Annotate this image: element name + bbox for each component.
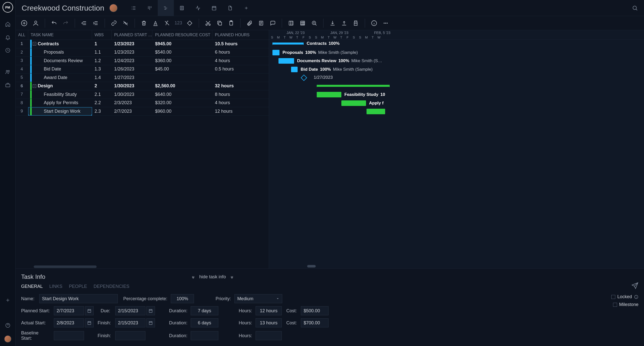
- export-button[interactable]: [340, 19, 348, 27]
- more-button[interactable]: [382, 19, 390, 27]
- tab-dependencies[interactable]: DEPENDENCIES: [94, 284, 129, 289]
- paste-button[interactable]: [227, 19, 235, 27]
- tab-people[interactable]: PEOPLE: [69, 284, 87, 289]
- add-view-tab[interactable]: [238, 0, 254, 16]
- name-input[interactable]: [39, 294, 118, 303]
- import-button[interactable]: [329, 19, 337, 27]
- project-avatar[interactable]: [109, 4, 117, 12]
- col-cost[interactable]: PLANNED RESOURCE COST: [152, 30, 212, 40]
- table-row[interactable]: 9 Start Design Work 2.3 2/7/2023 $960.00…: [16, 107, 269, 116]
- gantt-bar[interactable]: Feasibility Study 10: [317, 92, 341, 97]
- calendar-icon[interactable]: [85, 318, 94, 327]
- baseline-finish-input[interactable]: [115, 331, 145, 340]
- diamond-icon[interactable]: [186, 19, 194, 27]
- gantt-bar[interactable]: [317, 85, 390, 87]
- text-style-button[interactable]: [151, 19, 159, 27]
- actual-duration-input[interactable]: [191, 318, 218, 327]
- gantt-bar[interactable]: Documents Review 100% Mike Smith (S…: [278, 58, 294, 64]
- due-input[interactable]: [115, 306, 145, 315]
- add-task-button[interactable]: [20, 19, 28, 27]
- undo-button[interactable]: [50, 19, 58, 27]
- gantt-h-scroll[interactable]: [269, 265, 644, 267]
- table-row[interactable]: 4 Bid Date 1.3 1/26/2023 $45.00 0.5 hour…: [16, 65, 269, 74]
- table-row[interactable]: 8 Apply for Permits 2.2 2/3/2023 $320.00…: [16, 99, 269, 107]
- indent-button[interactable]: [92, 19, 100, 27]
- baseline-duration-input[interactable]: [191, 331, 218, 340]
- table-row[interactable]: 5 Award Date 1.4 1/27/2023: [16, 73, 269, 82]
- gantt-milestone[interactable]: [301, 74, 307, 81]
- outdent-button[interactable]: [80, 19, 88, 27]
- cut-button[interactable]: [204, 19, 212, 27]
- info-button[interactable]: [370, 19, 378, 27]
- actual-cost-input[interactable]: [301, 318, 329, 327]
- calendar-icon[interactable]: [85, 306, 94, 315]
- gantt-view-tab[interactable]: [158, 0, 174, 16]
- planned-cost-input[interactable]: [301, 306, 329, 315]
- gantt-bar[interactable]: Bid Date 100% Mike Smith (Sample): [291, 67, 298, 72]
- columns-button[interactable]: [287, 19, 295, 27]
- col-all[interactable]: ALL: [16, 30, 28, 40]
- clear-format-button[interactable]: [163, 19, 171, 27]
- calendar-icon[interactable]: [146, 306, 155, 315]
- list-view-tab[interactable]: [126, 0, 142, 16]
- gantt-bar[interactable]: Proposals 100% Mike Smith (Sample): [272, 50, 279, 55]
- planned-hours-input[interactable]: [256, 306, 282, 315]
- comment-button[interactable]: [269, 19, 277, 27]
- help-icon[interactable]: [5, 322, 11, 328]
- finish-input[interactable]: [115, 318, 145, 327]
- home-icon[interactable]: [5, 21, 11, 27]
- add-icon[interactable]: [5, 297, 11, 303]
- grid-button[interactable]: [299, 19, 307, 27]
- actual-hours-input[interactable]: [256, 318, 282, 327]
- user-avatar-small[interactable]: [4, 335, 11, 342]
- table-row[interactable]: 6 −Design 2 1/30/2023 $2,560.00 32 hours: [16, 82, 269, 91]
- sheet-view-tab[interactable]: [174, 0, 190, 16]
- notifications-icon[interactable]: [5, 34, 11, 40]
- tab-general[interactable]: GENERAL: [21, 284, 43, 289]
- attachment-button[interactable]: [246, 19, 254, 27]
- gantt-bar[interactable]: Contracts 100%: [272, 43, 304, 45]
- col-start[interactable]: PLANNED START …: [112, 30, 153, 40]
- tab-links[interactable]: LINKS: [49, 284, 62, 289]
- locked-checkbox[interactable]: Locked: [611, 294, 638, 299]
- redo-button[interactable]: [62, 19, 70, 27]
- activity-view-tab[interactable]: [190, 0, 206, 16]
- search-icon[interactable]: [632, 5, 638, 11]
- grid-h-scroll[interactable]: [16, 265, 269, 268]
- baseline-start-input[interactable]: [54, 331, 84, 340]
- app-logo[interactable]: PM: [3, 2, 13, 13]
- note-button[interactable]: [257, 19, 265, 27]
- delete-button[interactable]: [140, 19, 148, 27]
- baseline-hours-input[interactable]: [256, 331, 282, 340]
- col-wbs[interactable]: WBS: [92, 30, 112, 40]
- planned-start-input[interactable]: [54, 306, 84, 315]
- calendar-icon[interactable]: [146, 318, 155, 327]
- calendar-view-tab[interactable]: [206, 0, 222, 16]
- link-button[interactable]: [110, 19, 118, 27]
- table-row[interactable]: 7 Feasibility Study 2.1 1/30/2023 $640.0…: [16, 90, 269, 99]
- actual-start-input[interactable]: [54, 318, 84, 327]
- copy-button[interactable]: [216, 19, 224, 27]
- planned-duration-input[interactable]: [191, 306, 218, 315]
- table-row[interactable]: 3 Documents Review 1.2 1/24/2023 $360.00…: [16, 57, 269, 65]
- col-hours[interactable]: PLANNED HOURS: [212, 30, 269, 40]
- milestone-checkbox[interactable]: Milestone: [613, 302, 638, 307]
- hide-task-info-button[interactable]: hide task info: [191, 274, 234, 280]
- recent-icon[interactable]: [5, 47, 11, 53]
- files-view-tab[interactable]: [222, 0, 238, 16]
- unlink-button[interactable]: [122, 19, 130, 27]
- table-row[interactable]: 1 −Contracts 1 1/23/2023 $945.00 10.5 ho…: [16, 40, 269, 48]
- assign-button[interactable]: [32, 19, 40, 27]
- gantt-bar[interactable]: [367, 109, 385, 114]
- col-task-name[interactable]: TASK NAME: [28, 30, 92, 40]
- team-icon[interactable]: [5, 69, 11, 75]
- briefcase-icon[interactable]: [5, 82, 11, 88]
- pct-input[interactable]: [171, 294, 194, 303]
- board-view-tab[interactable]: [142, 0, 158, 16]
- table-row[interactable]: 2 Proposals 1.1 1/23/2023 $540.00 6 hour…: [16, 48, 269, 57]
- gantt-bar[interactable]: Apply f: [341, 100, 366, 106]
- zoom-button[interactable]: [310, 19, 318, 27]
- priority-select[interactable]: Medium: [234, 294, 282, 303]
- print-button[interactable]: [352, 19, 360, 27]
- send-icon[interactable]: [631, 282, 638, 289]
